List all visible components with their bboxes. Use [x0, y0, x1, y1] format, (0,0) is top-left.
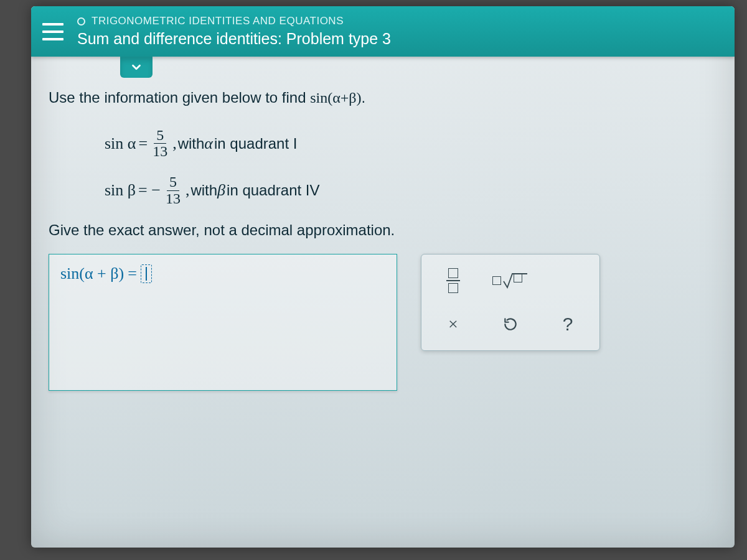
line1-var: α: [204, 134, 213, 153]
content-area: Use the information given below to find …: [31, 57, 735, 406]
answer-expression: sin(α + β) =: [60, 264, 385, 283]
line1-text2: in quadrant I: [214, 135, 297, 152]
header-category: TRIGONOMETRIC IDENTITIES AND EQUATIONS: [92, 15, 344, 27]
given-line-2: sin β = − 5 13 , with β in quadrant IV: [105, 174, 717, 206]
reset-icon: [502, 316, 519, 332]
given-line-1: sin α = 5 13 , with α in quadrant I: [105, 128, 717, 159]
clear-icon: ×: [448, 314, 458, 334]
line2-fraction: 5 13: [163, 174, 183, 206]
target-expression: sin(α+β): [310, 90, 361, 106]
answer-eq: =: [128, 264, 137, 283]
tool-clear[interactable]: ×: [431, 307, 475, 342]
header-category-row: TRIGONOMETRIC IDENTITIES AND EQUATIONS: [77, 15, 391, 27]
tool-sqrt[interactable]: [489, 263, 590, 298]
header-text: TRIGONOMETRIC IDENTITIES AND EQUATIONS S…: [77, 15, 391, 48]
line1-fraction: 5 13: [150, 128, 170, 159]
line2-eq: = −: [138, 181, 161, 200]
line1-eq: =: [138, 134, 148, 153]
line2-var: β: [217, 181, 225, 200]
bullet-icon: [77, 17, 85, 26]
exact-instruction: Give the exact answer, not a decimal app…: [49, 222, 717, 239]
menu-icon[interactable]: [42, 23, 63, 40]
line2-comma: ,: [186, 181, 190, 200]
line2-den: 13: [163, 191, 183, 207]
answer-lhs: sin(α + β): [60, 264, 124, 283]
dropdown-toggle[interactable]: [120, 57, 153, 78]
line1-num: 5: [154, 128, 166, 144]
help-icon: ?: [563, 314, 573, 335]
line1-func: sin α: [105, 134, 136, 153]
line1-den: 13: [150, 144, 170, 159]
app-screen: TRIGONOMETRIC IDENTITIES AND EQUATIONS S…: [31, 6, 735, 548]
app-header: TRIGONOMETRIC IDENTITIES AND EQUATIONS S…: [31, 6, 735, 57]
answer-row: sin(α + β) =: [49, 254, 717, 391]
chevron-down-icon: [129, 60, 143, 74]
line2-text1: with: [190, 182, 217, 199]
line1-text1: with: [178, 135, 205, 152]
line2-text2: in quadrant IV: [227, 182, 319, 199]
instruction-line: Use the information given below to find …: [49, 89, 717, 106]
instruction-prefix: Use the information given below to find: [49, 89, 310, 106]
line2-func: sin β: [105, 181, 136, 200]
page-title: Sum and difference identities: Problem t…: [77, 30, 391, 48]
answer-cursor[interactable]: [141, 264, 152, 283]
tool-help[interactable]: ?: [546, 307, 590, 342]
fraction-icon: [446, 268, 460, 293]
math-toolbox: × ?: [421, 254, 600, 351]
line2-num: 5: [167, 174, 179, 190]
tool-fraction[interactable]: [431, 263, 475, 298]
instruction-period: .: [362, 89, 366, 106]
answer-input-box[interactable]: sin(α + β) =: [49, 254, 397, 391]
sqrt-icon: [492, 273, 527, 289]
tool-reset[interactable]: [489, 307, 532, 342]
line1-comma: ,: [172, 134, 177, 153]
